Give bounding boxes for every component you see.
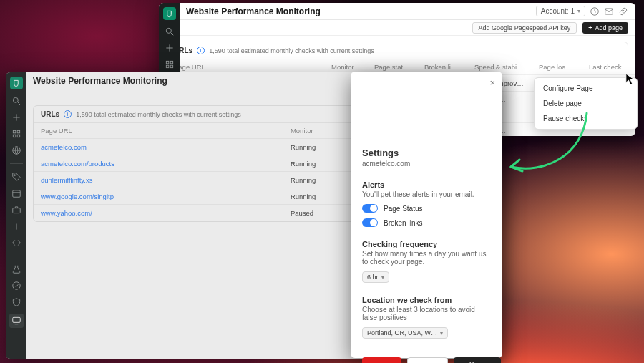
search-icon[interactable] (165, 26, 175, 37)
alerts-sub: You'll get these alerts in your email. (362, 190, 491, 198)
toggle-switch[interactable] (362, 218, 378, 227)
toggle-label: Page Status (384, 205, 422, 213)
svg-point-0 (166, 28, 171, 33)
toggle-page-status[interactable]: Page Status (362, 204, 491, 213)
alerts-heading: Alerts (362, 180, 491, 189)
api-key-button[interactable]: Add Google Pagespeed API key (472, 22, 577, 34)
svg-rect-6 (166, 65, 169, 68)
toggle-switch[interactable] (362, 204, 378, 213)
svg-rect-7 (170, 65, 173, 68)
app-logo (163, 7, 176, 20)
clock-icon[interactable] (590, 6, 600, 16)
account-label: Account: 1 (541, 7, 575, 15)
freq-sub: Set how many times a day you want us to … (362, 250, 491, 266)
svg-rect-4 (166, 61, 169, 64)
delete-button[interactable]: Delete (362, 357, 401, 363)
chevron-down-icon: ▾ (381, 274, 384, 281)
page-title: Website Performance Monitoring (186, 6, 321, 16)
loc-heading: Location we check from (362, 296, 491, 304)
loc-value: Portland, OR, USA, W… (367, 329, 437, 337)
svg-rect-10 (605, 8, 613, 14)
context-menu: Configure Page Delete page Pause checks (534, 77, 638, 130)
menu-pause-checks[interactable]: Pause checks (535, 111, 637, 126)
mouse-cursor (625, 73, 635, 86)
toggle-label: Broken links (384, 219, 422, 227)
location-section: Location we check from Choose at least 3… (362, 296, 491, 339)
account-dropdown[interactable]: Account: 1▾ (536, 6, 585, 16)
menu-configure-page[interactable]: Configure Page (535, 81, 637, 96)
link-icon[interactable] (618, 6, 628, 16)
panel-footer: Delete Cancel Save Changes (362, 357, 491, 363)
close-icon[interactable]: × (489, 77, 495, 88)
add-page-label: Add page (595, 24, 623, 32)
grid-icon[interactable] (165, 59, 175, 69)
alerts-section: Alerts You'll get these alerts in your e… (362, 180, 491, 227)
frequency-section: Checking frequency Set how many times a … (362, 240, 491, 283)
chevron-down-icon: ▾ (440, 330, 443, 337)
mail-icon[interactable] (604, 6, 614, 16)
column-header: Page load time (532, 59, 582, 75)
freq-heading: Checking frequency (362, 240, 491, 248)
settings-title: Settings (362, 147, 491, 158)
urls-subtext: 1,590 total estimated monthly checks wit… (209, 47, 374, 54)
svg-line-1 (170, 33, 173, 36)
plus-icon[interactable] (165, 43, 175, 53)
save-button[interactable]: Save Changes (454, 357, 501, 363)
info-icon[interactable]: i (197, 47, 205, 54)
titlebar: Website Performance Monitoring Account: … (159, 3, 635, 20)
toggle-broken-links[interactable]: Broken links (362, 218, 491, 227)
cancel-button[interactable]: Cancel (407, 357, 448, 363)
menu-delete-page[interactable]: Delete page (535, 96, 637, 111)
location-dropdown[interactable]: Portland, OR, USA, W…▾ (362, 327, 448, 339)
plus-icon-small: + (588, 24, 592, 32)
freq-value: 6 hr (367, 274, 379, 281)
svg-rect-5 (170, 61, 173, 64)
loc-sub: Choose at least 3 locations to avoid fal… (362, 306, 491, 321)
settings-panel: × Settings acmetelco.com Alerts You'll g… (351, 72, 502, 358)
add-page-button[interactable]: +Add page (582, 22, 628, 34)
settings-page-url: acmetelco.com (362, 160, 491, 168)
freq-dropdown[interactable]: 6 hr▾ (362, 271, 389, 283)
toolbar-row: Add Google Pagespeed API key +Add page (159, 20, 635, 36)
